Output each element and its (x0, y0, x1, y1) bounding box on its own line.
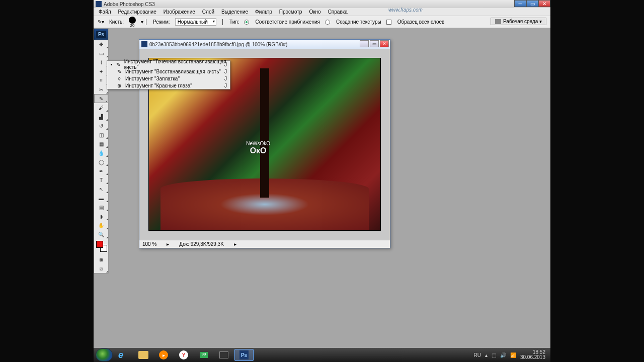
gradient-tool[interactable]: ▦ (94, 139, 108, 148)
history-brush-tool[interactable]: ↺ (94, 121, 108, 130)
tray-battery-icon[interactable]: 📶 (510, 352, 516, 358)
doc-icon (141, 41, 147, 47)
clock[interactable]: 18:52 30.06.2013 (520, 350, 545, 360)
fraps-watermark: www.fraps.com (388, 7, 423, 13)
stamp-tool[interactable]: ▟ (94, 112, 108, 121)
flyout-spot-healing[interactable]: •✎Инструмент "Точечная восстанавливающая… (107, 61, 230, 68)
menu-file[interactable]: Файл (96, 9, 114, 15)
menu-edit[interactable]: Редактирование (115, 9, 159, 15)
workspace-button[interactable]: Рабочая среда ▾ (491, 18, 546, 25)
options-bar: ✎▾ Кисть: 20 ▾ │ Режим: Нормальный │ Тип… (94, 16, 550, 28)
wand-tool[interactable]: ✦ (94, 67, 108, 76)
crop-tool[interactable]: ⌗ (94, 76, 108, 85)
document-titlebar[interactable]: 0b23e3853bbe069421ede1858b9fbcf8.jpg @ 1… (139, 40, 390, 49)
marquee-tool[interactable]: ▭ (94, 49, 108, 58)
app-title: Adobe Photoshop CS3 (104, 2, 155, 7)
taskbar-wmp[interactable]: ▸ (154, 349, 173, 361)
flyout-healing-brush[interactable]: ✎Инструмент "Восстанавливающая кисть"J (107, 68, 230, 75)
blur-tool[interactable]: 💧 (94, 148, 108, 157)
type-label: Тип: (229, 19, 239, 25)
menu-view[interactable]: Просмотр (276, 9, 305, 15)
flyout-patch[interactable]: ◊Инструмент "Заплатка"J (107, 75, 230, 82)
app-titlebar: Adobe Photoshop CS3 ─ ▭ ✕ (94, 0, 550, 8)
doc-close-button[interactable]: ✕ (380, 40, 389, 47)
taskbar-yandex[interactable]: Y (174, 349, 193, 361)
close-button[interactable]: ✕ (538, 0, 550, 7)
brush-label: Кисть: (109, 19, 124, 25)
eraser-tool[interactable]: ◫ (94, 130, 108, 139)
menu-image[interactable]: Изображение (160, 9, 198, 15)
minimize-button[interactable]: ─ (514, 0, 526, 7)
windows-taskbar: e ▸ Y 99 Ps RU ▴ ⬚ 🔊 📶 18:52 30.06.2013 (94, 348, 550, 362)
doc-size: Док: 929,3K/929,3K (179, 241, 224, 247)
healing-tool-flyout: •✎Инструмент "Точечная восстанавливающая… (107, 60, 230, 89)
zoom-tool[interactable]: 🔍 (94, 230, 108, 239)
dodge-tool[interactable]: ◯ (94, 157, 108, 166)
lang-indicator[interactable]: RU (473, 352, 480, 358)
mode-label: Режим: (153, 19, 170, 25)
screenmode-tool[interactable]: ⎚ (94, 264, 108, 273)
slice-tool[interactable]: ✂ (94, 85, 108, 94)
hand-tool[interactable]: ✋ (94, 221, 108, 230)
mode-dropdown[interactable]: Нормальный (175, 18, 216, 26)
maximize-button[interactable]: ▭ (526, 0, 538, 7)
type-radio-proximity[interactable] (244, 20, 249, 25)
doc-maximize-button[interactable]: ▭ (370, 40, 379, 47)
healing-brush-tool[interactable]: ✎ (94, 94, 108, 103)
quickmask-tool[interactable]: ◙ (94, 255, 108, 264)
brush-preset[interactable]: 20 (129, 17, 136, 28)
tray-network-icon[interactable]: ⬚ (492, 352, 496, 358)
pen-tool[interactable]: ✒ (94, 166, 108, 175)
ps-logo-icon (96, 1, 102, 7)
type-radio-texture[interactable] (325, 20, 330, 25)
document-title: 0b23e3853bbe069421ede1858b9fbcf8.jpg @ 1… (149, 42, 287, 47)
tray-flag-icon[interactable]: ▴ (485, 352, 488, 358)
move-tool[interactable]: ✥ (94, 40, 108, 49)
start-button[interactable] (96, 348, 113, 361)
lasso-tool[interactable]: ⌇ (94, 58, 108, 67)
document-statusbar: 100 % ▸ Док: 929,3K/929,3K ▸ (139, 240, 390, 248)
watermark: NeWsOkO ОкО (246, 141, 270, 155)
tray-sound-icon[interactable]: 🔊 (500, 352, 506, 358)
zoom-level[interactable]: 100 % (142, 241, 156, 247)
menu-bar: Файл Редактирование Изображение Слой Выд… (94, 8, 550, 16)
type-tool[interactable]: T (94, 175, 108, 185)
path-tool[interactable]: ↖ (94, 185, 108, 194)
doc-minimize-button[interactable]: ─ (360, 40, 369, 47)
flyout-redeye[interactable]: ⊕Инструмент "Красные глаза"J (107, 82, 230, 89)
system-tray: RU ▴ ⬚ 🔊 📶 18:52 30.06.2013 (473, 350, 548, 360)
fg-bg-colors[interactable] (94, 240, 108, 254)
menu-help[interactable]: Справка (325, 9, 351, 15)
tool-icon: ✎▾ (98, 19, 104, 25)
menu-select[interactable]: Выделение (218, 9, 251, 15)
taskbar-explorer[interactable] (134, 349, 153, 361)
menu-filter[interactable]: Фильтр (252, 9, 275, 15)
taskbar-cmd[interactable] (214, 349, 233, 361)
shape-tool[interactable]: ▬ (94, 194, 108, 203)
sample-all-checkbox[interactable] (386, 20, 391, 25)
notes-tool[interactable]: ▤ (94, 203, 108, 212)
menu-window[interactable]: Окно (306, 9, 324, 15)
menu-layer[interactable]: Слой (199, 9, 217, 15)
taskbar-photoshop[interactable]: Ps (234, 349, 254, 361)
taskbar-ie[interactable]: e (114, 349, 133, 361)
brush-tool[interactable]: 🖌 (94, 103, 108, 112)
taskbar-app[interactable]: 99 (194, 349, 213, 361)
toolbox-header[interactable]: Ps (94, 29, 108, 40)
eyedropper-tool[interactable]: ◗ (94, 212, 108, 221)
